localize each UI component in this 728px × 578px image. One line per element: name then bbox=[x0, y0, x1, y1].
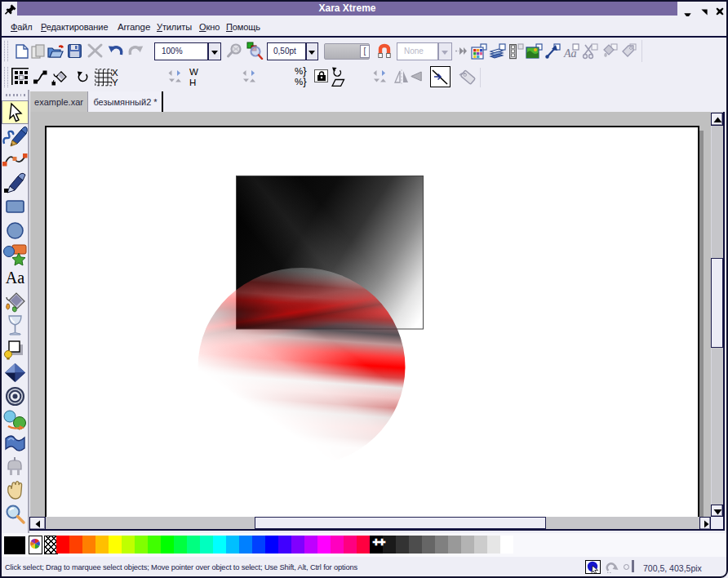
svg-text:Aa: Aa bbox=[563, 47, 577, 60]
